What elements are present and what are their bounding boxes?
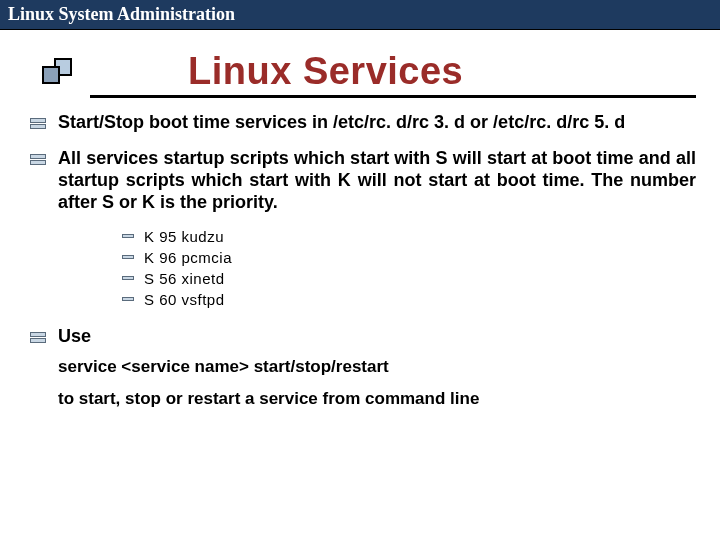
sub-bullet-icon <box>122 234 134 238</box>
bullet-item-use: Use <box>24 326 696 348</box>
sub-bullet-icon <box>122 297 134 301</box>
bullet-text: Use <box>58 326 696 348</box>
sub-item: S 56 xinetd <box>122 270 696 287</box>
sub-item: K 96 pcmcia <box>122 249 696 266</box>
bullet-item: Start/Stop boot time services in /etc/rc… <box>24 112 696 134</box>
slide-content: Start/Stop boot time services in /etc/rc… <box>0 98 720 410</box>
bullet-item: All services startup scripts which start… <box>24 148 696 214</box>
bullet-text: All services startup scripts which start… <box>58 148 696 214</box>
sub-bullet-icon <box>122 276 134 280</box>
sub-text: S 56 xinetd <box>144 270 225 287</box>
sub-text: K 96 pcmcia <box>144 249 232 266</box>
title-decor-icon <box>26 52 88 92</box>
sub-item: K 95 kudzu <box>122 228 696 245</box>
header-title: Linux System Administration <box>8 4 235 24</box>
use-description: to start, stop or restart a service from… <box>58 388 696 410</box>
header-bar: Linux System Administration <box>0 0 720 30</box>
sub-text: K 95 kudzu <box>144 228 224 245</box>
title-row: Linux Services <box>0 50 720 93</box>
bullet-text: Start/Stop boot time services in /etc/rc… <box>58 112 696 134</box>
slide-title: Linux Services <box>188 50 463 93</box>
use-command: service <service name> start/stop/restar… <box>58 356 696 378</box>
bullet-icon <box>30 332 46 344</box>
sub-text: S 60 vsftpd <box>144 291 225 308</box>
sub-bullet-icon <box>122 255 134 259</box>
bullet-icon <box>30 118 46 130</box>
bullet-icon <box>30 154 46 166</box>
sub-item: S 60 vsftpd <box>122 291 696 308</box>
sub-list: K 95 kudzu K 96 pcmcia S 56 xinetd S 60 … <box>122 228 696 308</box>
